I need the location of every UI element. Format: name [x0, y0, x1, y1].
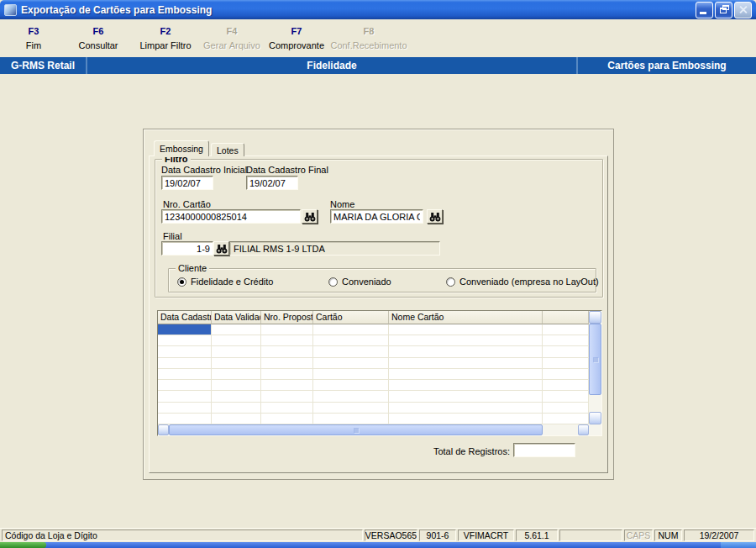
grid-column-header-nome-cart-o[interactable]: Nome Cartão	[389, 311, 543, 324]
grid-cell[interactable]	[261, 324, 313, 335]
grid-cell[interactable]	[261, 335, 313, 345]
horizontal-scrollbar[interactable]	[158, 424, 589, 435]
toolbar-button-consultar[interactable]: F6Consultar	[64, 22, 133, 55]
grid-cell[interactable]	[543, 369, 589, 379]
grid-header-row: Data CadastroData ValidadeNro. PropostaC…	[158, 311, 589, 324]
left-arrow-icon	[160, 428, 165, 433]
date-end-input[interactable]	[246, 176, 298, 190]
radio-option-conveniado-empresa-no-layout[interactable]: Conveniado (empresa no LayOut)	[446, 277, 599, 287]
grid-cell[interactable]	[543, 403, 589, 413]
grid-cell[interactable]	[389, 324, 543, 335]
scroll-down-button[interactable]	[589, 412, 601, 424]
grid-cell[interactable]	[158, 358, 212, 368]
grid-cell[interactable]	[261, 380, 313, 390]
name-input[interactable]	[330, 209, 423, 224]
status-panel-store: 901-6	[419, 530, 456, 541]
grid-cell[interactable]	[212, 324, 261, 335]
grid-cell[interactable]	[543, 414, 589, 424]
branch-code-input[interactable]	[161, 241, 213, 256]
status-panel-num: NUM	[654, 530, 682, 541]
grid-column-header-cart-o[interactable]: Cartão	[313, 311, 389, 324]
vertical-scroll-thumb[interactable]	[589, 324, 601, 395]
grid-cell[interactable]	[212, 346, 261, 356]
toolbar-button-comprovante[interactable]: F7Comprovante	[265, 22, 328, 55]
grid-cell[interactable]	[261, 358, 313, 368]
binoculars-icon	[216, 244, 228, 254]
grid-cell[interactable]	[389, 335, 543, 345]
grid-cell[interactable]	[389, 380, 543, 390]
thumb-grip	[593, 357, 598, 361]
grid-cell[interactable]	[313, 358, 389, 368]
grid-cell[interactable]	[313, 380, 389, 390]
grid-cell[interactable]	[389, 391, 543, 401]
scroll-right-button[interactable]	[578, 424, 589, 435]
grid-cell[interactable]	[158, 346, 212, 356]
grid-cell[interactable]	[313, 403, 389, 413]
grid-cell[interactable]	[313, 414, 389, 424]
restore-button[interactable]	[715, 2, 732, 18]
grid-cell[interactable]	[261, 414, 313, 424]
grid-cell[interactable]	[261, 369, 313, 379]
grid-cell[interactable]	[261, 403, 313, 413]
tab-lotes[interactable]: Lotes	[211, 143, 244, 156]
grid-cell[interactable]	[158, 391, 212, 401]
scroll-up-button[interactable]	[589, 311, 601, 324]
grid-cell[interactable]	[212, 358, 261, 368]
grid-cell[interactable]	[389, 414, 543, 424]
grid-cell[interactable]	[313, 335, 389, 345]
grid-cell[interactable]	[313, 346, 389, 356]
card-search-button[interactable]	[302, 209, 318, 224]
grid-column-header-nro-proposta[interactable]: Nro. Proposta	[261, 311, 313, 324]
toolbar: F3FimF6ConsultarF2Limpar FiltroF4Gerar A…	[0, 19, 756, 57]
scroll-left-button[interactable]	[158, 424, 169, 435]
grid-cell[interactable]	[313, 391, 389, 401]
grid-cell[interactable]	[543, 346, 589, 356]
grid-cell[interactable]	[389, 346, 543, 356]
radio-icon	[446, 277, 455, 287]
grid-cell[interactable]	[158, 369, 212, 379]
grid-cell[interactable]	[389, 369, 543, 379]
tab-embossing[interactable]: Embossing	[154, 140, 209, 156]
grid-cell[interactable]	[212, 391, 261, 401]
total-records-label: Total de Registros:	[345, 446, 510, 456]
grid-cell[interactable]	[212, 403, 261, 413]
date-start-input[interactable]	[161, 176, 213, 190]
horizontal-scroll-thumb[interactable]	[169, 424, 543, 435]
grid-cell[interactable]	[313, 324, 389, 335]
grid-column-header-data-cadastro[interactable]: Data Cadastro	[158, 311, 212, 324]
toolbar-button-limpar-filtro[interactable]: F2Limpar Filtro	[133, 22, 198, 55]
grid-column-header-data-validade[interactable]: Data Validade	[212, 311, 261, 324]
grid-cell[interactable]	[543, 324, 589, 335]
vertical-scrollbar[interactable]	[589, 311, 601, 424]
grid-cell[interactable]	[313, 369, 389, 379]
grid-cell[interactable]	[389, 403, 543, 413]
grid-cell[interactable]	[543, 391, 589, 401]
radio-option-fidelidade-e-cr-dito[interactable]: Fidelidade e Crédito	[177, 277, 273, 287]
grid-column-header-empty[interactable]	[543, 311, 589, 324]
grid-cell[interactable]	[261, 391, 313, 401]
grid-cell[interactable]	[389, 358, 543, 368]
close-icon	[738, 5, 748, 14]
grid-cell[interactable]	[543, 380, 589, 390]
start-button[interactable]	[0, 542, 46, 548]
grid-cell[interactable]	[212, 335, 261, 345]
grid-cell[interactable]	[543, 358, 589, 368]
total-records-input[interactable]	[513, 443, 575, 457]
radio-option-conveniado[interactable]: Conveniado	[328, 277, 391, 287]
grid-cell[interactable]	[212, 414, 261, 424]
minimize-button[interactable]	[696, 2, 713, 18]
name-search-button[interactable]	[427, 209, 443, 224]
grid-cell[interactable]	[261, 346, 313, 356]
close-button[interactable]	[734, 2, 752, 18]
branch-search-button[interactable]	[213, 241, 229, 256]
grid-cell[interactable]	[158, 335, 212, 345]
grid-cell[interactable]	[543, 335, 589, 345]
grid-cell[interactable]	[158, 414, 212, 424]
grid-cell[interactable]	[212, 369, 261, 379]
grid-cell[interactable]	[158, 403, 212, 413]
grid-cell[interactable]	[212, 380, 261, 390]
grid-cell-selected[interactable]	[158, 324, 212, 335]
card-number-input[interactable]	[161, 209, 301, 224]
grid-cell[interactable]	[158, 380, 212, 390]
toolbar-button-fim[interactable]: F3Fim	[3, 22, 64, 55]
